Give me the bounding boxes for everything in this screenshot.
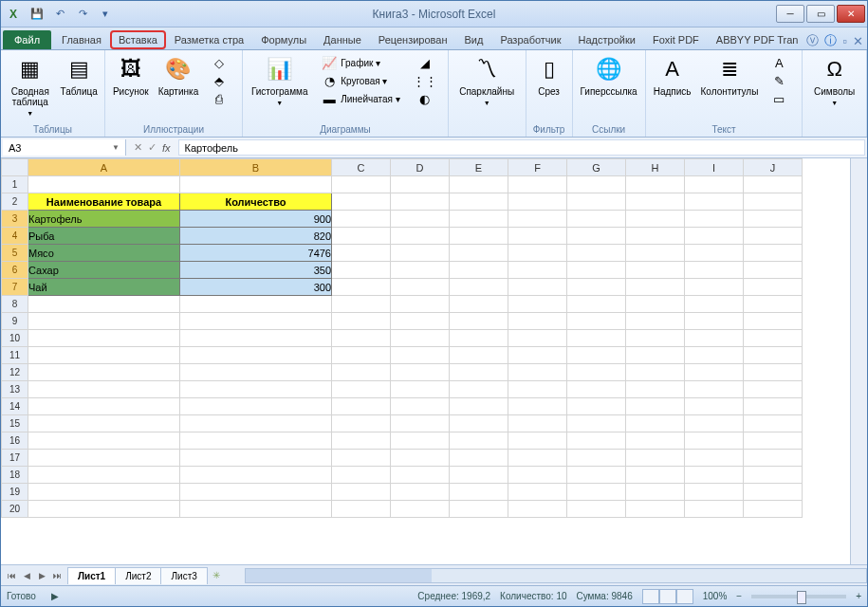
cell-E20[interactable] xyxy=(450,501,508,518)
cell-E3[interactable] xyxy=(450,211,508,228)
cell-A12[interactable] xyxy=(28,364,180,381)
cell-H1[interactable] xyxy=(626,176,685,193)
cell-B4[interactable]: 820 xyxy=(180,228,332,245)
row-header-7[interactable]: 7 xyxy=(2,279,28,296)
cell-G6[interactable] xyxy=(567,262,626,279)
cell-E17[interactable] xyxy=(450,450,508,467)
cell-A5[interactable]: Мясо xyxy=(28,245,180,262)
cell-F19[interactable] xyxy=(508,484,567,501)
cell-A14[interactable] xyxy=(28,398,180,415)
bar-chart-button[interactable]: ▬Линейчатая ▾ xyxy=(318,90,404,107)
cell-G10[interactable] xyxy=(567,330,626,347)
cell-D17[interactable] xyxy=(391,450,450,467)
cell-C12[interactable] xyxy=(332,364,391,381)
cell-J4[interactable] xyxy=(744,228,803,245)
cell-F17[interactable] xyxy=(508,450,567,467)
cell-G18[interactable] xyxy=(567,467,626,484)
window-close-icon[interactable]: ✕ xyxy=(853,34,863,48)
cell-G1[interactable] xyxy=(567,176,626,193)
cancel-icon[interactable]: ✕ xyxy=(134,141,142,154)
cell-F11[interactable] xyxy=(508,347,567,364)
minimize-button[interactable]: ─ xyxy=(776,5,804,23)
cell-G13[interactable] xyxy=(567,381,626,398)
cell-H5[interactable] xyxy=(626,245,685,262)
row-header-8[interactable]: 8 xyxy=(2,296,28,313)
cell-F16[interactable] xyxy=(508,432,567,450)
row-header-17[interactable]: 17 xyxy=(2,450,28,467)
cell-D8[interactable] xyxy=(391,296,450,313)
tab-формулы[interactable]: Формулы xyxy=(252,30,315,49)
cell-F1[interactable] xyxy=(508,176,567,193)
cell-F10[interactable] xyxy=(508,330,567,347)
tab-вставка[interactable]: Вставка xyxy=(110,30,166,49)
cell-J10[interactable] xyxy=(744,330,803,347)
cell-J16[interactable] xyxy=(744,432,803,450)
row-header-2[interactable]: 2 xyxy=(2,193,28,211)
cell-G7[interactable] xyxy=(567,279,626,296)
cell-B19[interactable] xyxy=(180,484,332,501)
cell-D12[interactable] xyxy=(391,364,450,381)
cell-I7[interactable] xyxy=(685,279,744,296)
cell-F9[interactable] xyxy=(508,313,567,330)
tab-foxit-pdf[interactable]: Foxit PDF xyxy=(644,30,708,49)
clipart-button[interactable]: 🎨Картинка xyxy=(155,52,203,99)
cell-I1[interactable] xyxy=(685,176,744,193)
cell-F8[interactable] xyxy=(508,296,567,313)
cell-H19[interactable] xyxy=(626,484,685,501)
cell-A19[interactable] xyxy=(28,484,180,501)
maximize-button[interactable]: ▭ xyxy=(806,5,835,23)
row-header-3[interactable]: 3 xyxy=(2,211,28,228)
sparklines-button[interactable]: 〽Спарклайны ▼ xyxy=(452,52,522,110)
cell-I13[interactable] xyxy=(685,381,744,398)
cell-H8[interactable] xyxy=(626,296,685,313)
cell-H10[interactable] xyxy=(626,330,685,347)
row-header-13[interactable]: 13 xyxy=(2,381,28,398)
cell-G19[interactable] xyxy=(567,484,626,501)
sheet-first-icon[interactable]: ⏮ xyxy=(5,571,18,580)
cell-J2[interactable] xyxy=(744,193,803,211)
header-footer-button[interactable]: ≣Колонтитулы xyxy=(697,52,763,99)
cell-A20[interactable] xyxy=(28,501,180,518)
tab-file[interactable]: Файл xyxy=(3,30,51,49)
cell-G14[interactable] xyxy=(567,398,626,415)
cell-G9[interactable] xyxy=(567,313,626,330)
cell-H7[interactable] xyxy=(626,279,685,296)
cell-F2[interactable] xyxy=(508,193,567,211)
cell-B5[interactable]: 7476 xyxy=(180,245,332,262)
shapes-button[interactable]: ◇ xyxy=(208,54,234,71)
cell-H2[interactable] xyxy=(626,193,685,211)
cell-H6[interactable] xyxy=(626,262,685,279)
cell-C11[interactable] xyxy=(332,347,391,364)
cell-C16[interactable] xyxy=(332,432,391,450)
row-header-10[interactable]: 10 xyxy=(2,330,28,347)
cell-B14[interactable] xyxy=(180,398,332,415)
zoom-out-icon[interactable]: − xyxy=(736,591,742,601)
cell-B10[interactable] xyxy=(180,330,332,347)
cell-H9[interactable] xyxy=(626,313,685,330)
cell-H3[interactable] xyxy=(626,211,685,228)
close-button[interactable]: ✕ xyxy=(837,5,865,23)
cell-I3[interactable] xyxy=(685,211,744,228)
cell-B11[interactable] xyxy=(180,347,332,364)
cell-C1[interactable] xyxy=(332,176,391,193)
cell-B8[interactable] xyxy=(180,296,332,313)
wordart-button[interactable]: A xyxy=(767,54,794,71)
cell-C14[interactable] xyxy=(332,398,391,415)
cell-A6[interactable]: Сахар xyxy=(28,262,180,279)
cell-J14[interactable] xyxy=(744,398,803,415)
cell-C5[interactable] xyxy=(332,245,391,262)
cell-H14[interactable] xyxy=(626,398,685,415)
textbox-button[interactable]: AНадпись xyxy=(650,52,695,99)
sheet-tab-Лист1[interactable]: Лист1 xyxy=(67,567,116,584)
cell-J6[interactable] xyxy=(744,262,803,279)
sheet-tab-Лист2[interactable]: Лист2 xyxy=(115,567,161,584)
cell-F4[interactable] xyxy=(508,228,567,245)
cell-I6[interactable] xyxy=(685,262,744,279)
zoom-in-icon[interactable]: + xyxy=(856,591,861,601)
scatter-chart-button[interactable]: ⋮⋮ xyxy=(414,72,440,89)
tab-разработчик[interactable]: Разработчик xyxy=(491,30,569,49)
cell-B18[interactable] xyxy=(180,467,332,484)
row-header-14[interactable]: 14 xyxy=(2,398,28,415)
cell-E11[interactable] xyxy=(450,347,508,364)
cell-I14[interactable] xyxy=(685,398,744,415)
